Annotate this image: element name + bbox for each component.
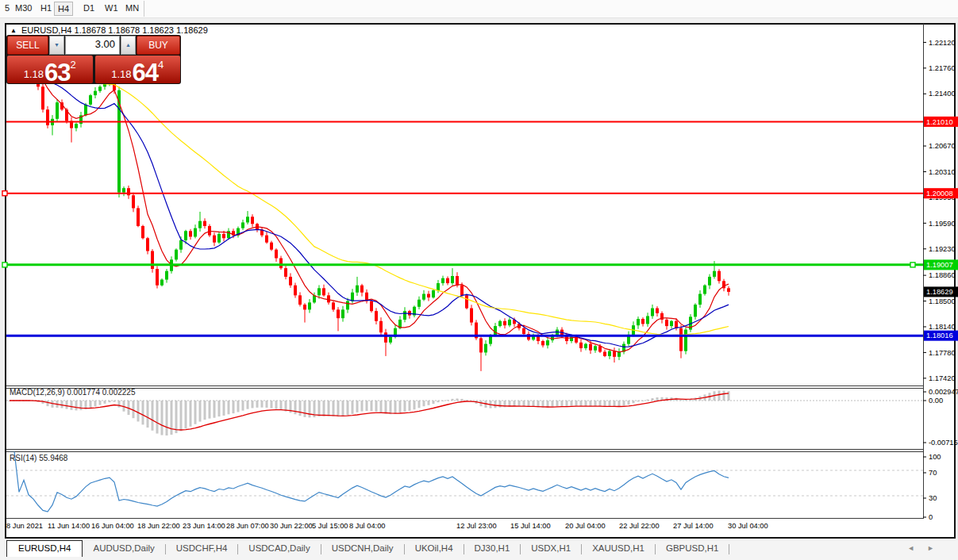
svg-text:1.20008: 1.20008 (926, 190, 953, 198)
time-axis-label: 28 Jun 07:00 (226, 522, 269, 530)
time-axis-label: 18 Jun 22:00 (137, 522, 180, 530)
timeframe-button-mn[interactable]: MN (122, 2, 142, 16)
volume-decrease-button[interactable]: ▼ (49, 36, 64, 55)
svg-text:1.19230: 1.19230 (929, 245, 956, 253)
svg-text:1.18860: 1.18860 (929, 271, 956, 279)
symbol-tab-xauusd[interactable]: XAUUSD,H1 (582, 540, 655, 557)
sell-price-pip: 2 (71, 59, 76, 71)
svg-text:1.19590: 1.19590 (929, 220, 956, 228)
time-axis-label: 23 Jun 14:00 (183, 522, 225, 530)
symbol-ohlc-text: EURUSD,H4 1.18678 1.18678 1.18623 1.1862… (21, 25, 208, 35)
symbol-tab-usdcad[interactable]: USDCAD,Daily (238, 540, 320, 557)
time-axis-label: 12 Jul 23:00 (456, 522, 497, 530)
toolbar-separator (144, 1, 144, 17)
timeframe-button-5[interactable]: 5 (2, 2, 13, 16)
sell-price-big: 63 (44, 63, 70, 83)
buy-price-button[interactable]: 1.18 64 4 (95, 56, 181, 83)
time-axis-label: 27 Jul 14:00 (673, 522, 714, 530)
spin-down-icon: ▼ (54, 42, 60, 48)
tab-scroll-left-icon[interactable]: ◄ (907, 544, 927, 552)
symbol-tab-gbpusd[interactable]: GBPUSD,H1 (656, 540, 729, 557)
time-axis-label: 8 Jun 2021 (6, 522, 43, 530)
svg-text:1.18500: 1.18500 (929, 297, 956, 305)
symbol-tab-usdchf[interactable]: USDCHF,H4 (166, 540, 238, 557)
rsi-axis-label: 30 (929, 494, 937, 502)
symbol-tabbar: EURUSD,H4AUDUSD,DailyUSDCHF,H4USDCAD,Dai… (0, 540, 958, 560)
volume-increase-button[interactable]: ▲ (121, 36, 136, 55)
symbol-tab-usdx[interactable]: USDX,H1 (521, 540, 581, 557)
symbol-tab-usdcnh[interactable]: USDCNH,Daily (321, 540, 404, 557)
buy-price-pip: 4 (158, 59, 164, 71)
time-axis-label: 30 Jun 22:00 (270, 522, 313, 530)
time-axis-label: 20 Jul 04:00 (565, 522, 606, 530)
svg-text:1.21400: 1.21400 (929, 90, 956, 98)
mt4-terminal: { "toolbar": { "timeframes": ["5", "M30"… (0, 0, 958, 560)
timeframe-toolbar: 5M30H1H4D1W1MN (0, 0, 958, 18)
timeframe-button-d1[interactable]: D1 (80, 2, 98, 16)
svg-text:1.19007: 1.19007 (926, 261, 953, 269)
rsi-axis-label: 70 (929, 469, 937, 477)
timeframe-button-m30[interactable]: M30 (12, 2, 35, 16)
sell-price-prefix: 1.18 (24, 68, 44, 80)
one-click-trade-panel: SELL ▼ 3.00 ▲ BUY 1.18 63 2 1.18 64 4 (6, 35, 181, 84)
macd-label: MACD(12,26,9) 0.001774 0.002225 (10, 388, 135, 397)
macd-axis-label: 0.00 (929, 397, 943, 405)
collapse-arrow-icon: ▲ (10, 27, 17, 34)
buy-price-prefix: 1.18 (111, 68, 131, 80)
buy-button[interactable]: BUY (137, 36, 180, 55)
svg-text:1.22120: 1.22120 (929, 39, 956, 47)
buy-price-big: 64 (133, 63, 158, 83)
hline-anchor[interactable] (2, 263, 7, 267)
svg-text:1.18016: 1.18016 (926, 332, 953, 339)
rsi-axis-label: 0 (929, 513, 933, 521)
time-axis-label: 8 Jul 04:00 (349, 522, 386, 530)
symbol-tab-audusd[interactable]: AUDUSD,Daily (83, 540, 164, 557)
macd-axis-label: -0.00715 (929, 439, 958, 447)
time-axis-label: 11 Jun 14:00 (48, 522, 90, 530)
time-axis-label: 16 Jun 04:00 (91, 522, 134, 530)
time-axis: 8 Jun 202111 Jun 14:0016 Jun 04:0018 Jun… (0, 522, 921, 535)
sell-price-button[interactable]: 1.18 63 2 (7, 56, 93, 83)
symbol-tab-ukoil[interactable]: UKOil,H4 (405, 540, 464, 557)
svg-text:1.20310: 1.20310 (929, 168, 956, 176)
svg-text:1.21010: 1.21010 (926, 118, 953, 126)
svg-text:1.17780: 1.17780 (929, 349, 956, 357)
svg-text:1.21760: 1.21760 (929, 64, 956, 72)
tab-divider (729, 544, 729, 554)
time-axis-label: 5 Jul 15:00 (312, 522, 348, 530)
spin-up-icon: ▲ (125, 42, 131, 48)
hline-anchor[interactable] (910, 263, 915, 267)
time-axis-label: 22 Jul 22:00 (619, 522, 660, 530)
chart-header: ▲EURUSD,H4 1.18678 1.18678 1.18623 1.186… (10, 25, 208, 35)
tab-scroll-right-icon[interactable]: ► (927, 544, 947, 552)
timeframe-button-h4[interactable]: H4 (54, 2, 73, 16)
sell-button[interactable]: SELL (7, 36, 48, 55)
macd-axis-label: 0.002947 (929, 388, 958, 396)
rsi-axis-label: 100 (929, 453, 941, 461)
time-axis-label: 15 Jul 14:00 (510, 522, 551, 530)
rsi-label: RSI(14) 55.9468 (10, 454, 67, 462)
symbol-tab-eurusd[interactable]: EURUSD,H4 (6, 540, 83, 557)
volume-input[interactable]: 3.00 (65, 36, 120, 55)
svg-text:1.20670: 1.20670 (929, 142, 956, 150)
symbol-tab-dj30[interactable]: DJ30,H1 (464, 540, 521, 557)
time-axis-label: 30 Jul 04:00 (728, 522, 768, 530)
hline-anchor[interactable] (2, 191, 7, 196)
svg-text:1.18140: 1.18140 (929, 323, 956, 331)
svg-text:1.17420: 1.17420 (929, 374, 956, 382)
svg-text:1.18629: 1.18629 (926, 288, 953, 296)
timeframe-button-w1[interactable]: W1 (102, 2, 121, 16)
tab-scroll-arrows: ◄► (907, 544, 947, 552)
timeframe-button-h1[interactable]: H1 (37, 2, 55, 16)
